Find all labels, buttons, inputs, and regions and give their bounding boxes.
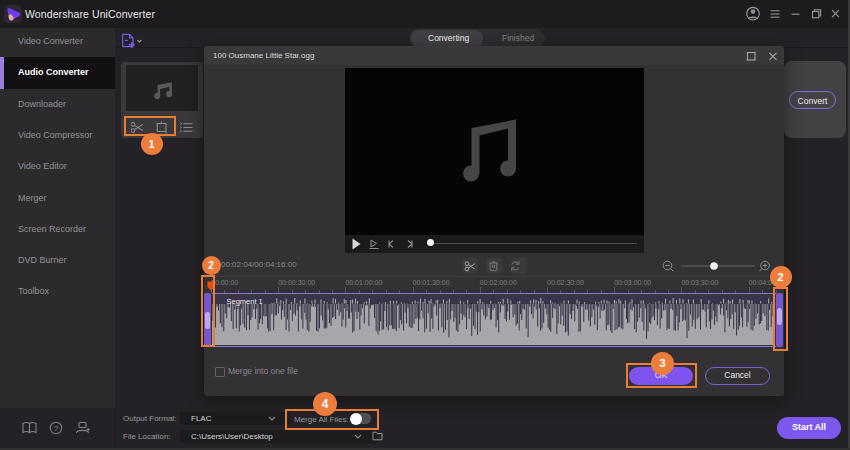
svg-text:?: ?: [54, 424, 59, 433]
